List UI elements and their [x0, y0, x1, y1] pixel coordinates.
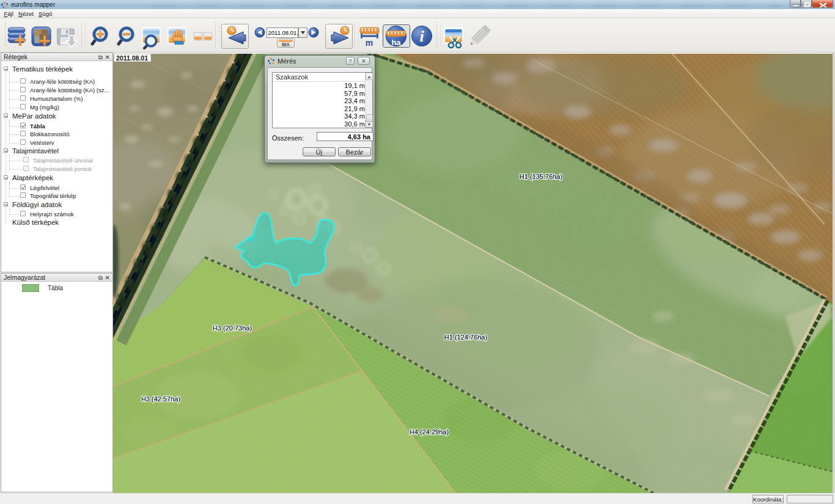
svg-text:H3 (20.73ha): H3 (20.73ha) [213, 324, 252, 332]
svg-text:H1 (124.76ha): H1 (124.76ha) [444, 334, 487, 341]
svg-text:H3 (42.57ha): H3 (42.57ha) [141, 395, 180, 403]
svg-text:2011.08.01.: 2011.08.01. [268, 29, 298, 36]
svg-text:H4 (24.29ha): H4 (24.29ha) [410, 428, 449, 436]
svg-text:m: m [366, 38, 373, 48]
svg-text:ha: ha [391, 38, 401, 47]
svg-text:i: i [419, 27, 424, 45]
svg-text:MA: MA [282, 42, 290, 48]
svg-text:H1 (135.76ha): H1 (135.76ha) [520, 173, 562, 180]
